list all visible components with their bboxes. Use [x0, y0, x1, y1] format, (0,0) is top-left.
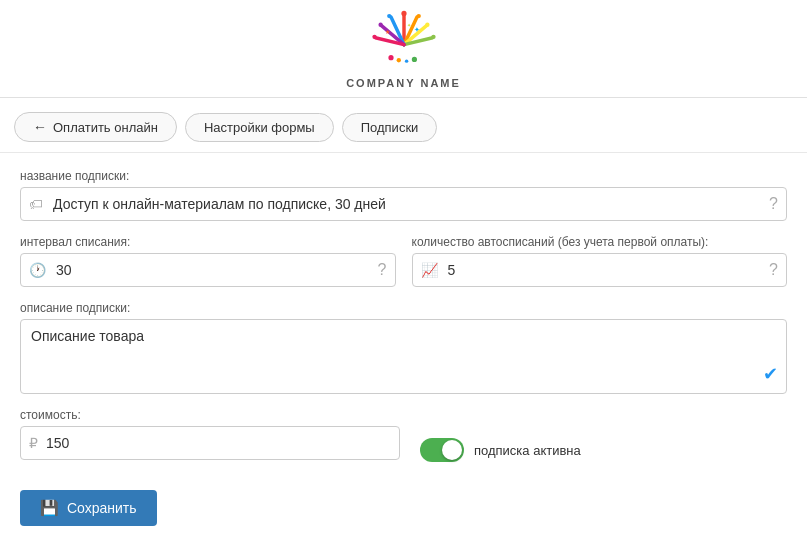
- logo-icon: ✦ ★ ✦: [359, 10, 449, 75]
- svg-text:★: ★: [384, 29, 389, 35]
- cost-input[interactable]: [42, 427, 391, 459]
- description-group: описание подписки: Описание товара ✔: [20, 301, 787, 394]
- tag-icon: 🏷: [29, 196, 43, 212]
- svg-point-12: [378, 23, 382, 27]
- pay-online-label: Оплатить онлайн: [53, 120, 158, 135]
- svg-point-19: [404, 59, 407, 62]
- logo-container: ✦ ★ ✦ COMPANY NAME: [346, 10, 461, 89]
- pay-online-button[interactable]: ← Оплатить онлайн: [14, 112, 177, 142]
- ruble-icon: ₽: [29, 435, 38, 451]
- cost-label: стоимость:: [20, 408, 400, 422]
- company-name: COMPANY NAME: [346, 77, 461, 89]
- description-label: описание подписки:: [20, 301, 787, 315]
- form-settings-button[interactable]: Настройки формы: [185, 113, 334, 142]
- svg-point-7: [401, 11, 406, 16]
- form-settings-label: Настройки формы: [204, 120, 315, 135]
- chart-icon: 📈: [421, 262, 438, 278]
- svg-point-20: [411, 57, 416, 62]
- two-col-row: интервал списания: 🕐 ? количество автосп…: [20, 235, 787, 301]
- interval-input[interactable]: [52, 254, 374, 286]
- svg-point-13: [372, 35, 376, 39]
- autocharge-input[interactable]: [444, 254, 766, 286]
- subscriptions-button[interactable]: Подписки: [342, 113, 438, 142]
- subscriptions-label: Подписки: [361, 120, 419, 135]
- cost-group: стоимость: ₽: [20, 408, 400, 460]
- help-icon-name[interactable]: ?: [769, 195, 778, 213]
- svg-point-9: [425, 23, 429, 27]
- description-wrapper: Описание товара ✔: [20, 319, 787, 394]
- header: ✦ ★ ✦ COMPANY NAME: [0, 0, 807, 98]
- toggle-row: подписка активна: [420, 420, 581, 462]
- autocharge-wrapper: 📈 ?: [412, 253, 788, 287]
- arrow-left-icon: ←: [33, 119, 47, 135]
- svg-point-10: [431, 35, 435, 39]
- svg-point-11: [387, 14, 391, 18]
- save-label: Сохранить: [67, 500, 137, 516]
- help-icon-interval[interactable]: ?: [378, 261, 387, 279]
- autocharge-group: количество автосписаний (без учета перво…: [412, 235, 788, 287]
- save-button[interactable]: 💾 Сохранить: [20, 490, 157, 526]
- nav-bar: ← Оплатить онлайн Настройки формы Подпис…: [0, 98, 807, 153]
- interval-wrapper: 🕐 ?: [20, 253, 396, 287]
- active-toggle[interactable]: [420, 438, 464, 462]
- svg-text:✦: ✦: [414, 26, 420, 33]
- bottom-row: стоимость: ₽ подписка активна: [20, 408, 787, 474]
- svg-point-18: [396, 58, 400, 62]
- clock-icon: 🕐: [29, 262, 46, 278]
- svg-point-17: [388, 55, 393, 60]
- interval-label: интервал списания:: [20, 235, 396, 249]
- toggle-label: подписка активна: [474, 443, 581, 458]
- subscription-name-input[interactable]: [49, 188, 765, 220]
- check-icon: ✔: [763, 363, 778, 385]
- cost-wrapper: ₽: [20, 426, 400, 460]
- autocharge-label: количество автосписаний (без учета перво…: [412, 235, 788, 249]
- floppy-icon: 💾: [40, 499, 59, 517]
- svg-point-8: [416, 14, 420, 18]
- subscription-name-wrapper: 🏷 ?: [20, 187, 787, 221]
- svg-text:✦: ✦: [406, 22, 410, 28]
- description-textarea[interactable]: Описание товара: [21, 320, 786, 390]
- form-area: название подписки: 🏷 ? интервал списания…: [0, 153, 807, 536]
- subscription-name-label: название подписки:: [20, 169, 787, 183]
- subscription-name-group: название подписки: 🏷 ?: [20, 169, 787, 221]
- toggle-thumb: [442, 440, 462, 460]
- help-icon-autocharge[interactable]: ?: [769, 261, 778, 279]
- interval-group: интервал списания: 🕐 ?: [20, 235, 396, 287]
